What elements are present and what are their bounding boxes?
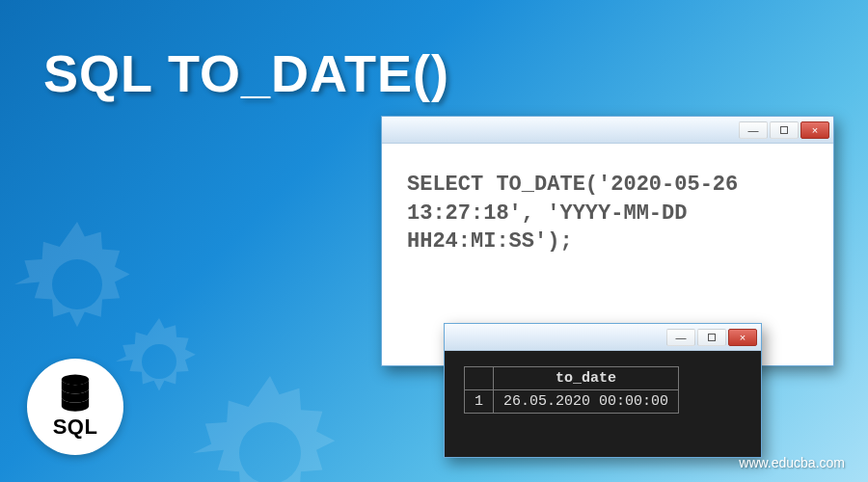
table-row: 1 26.05.2020 00:00:00 <box>465 390 679 414</box>
maximize-button[interactable] <box>770 121 799 139</box>
square-icon <box>708 334 716 341</box>
column-header: to_date <box>494 367 679 390</box>
badge-label: SQL <box>53 415 98 440</box>
gear-icon <box>193 376 347 482</box>
svg-point-0 <box>62 374 89 385</box>
window-titlebar: — × <box>445 324 761 351</box>
footer-url: www.educba.com <box>739 455 845 470</box>
minimize-button[interactable]: — <box>666 329 695 346</box>
row-header-blank <box>465 367 494 390</box>
result-body: to_date 1 26.05.2020 00:00:00 <box>445 351 761 457</box>
gear-icon <box>116 318 203 405</box>
table-header-row: to_date <box>465 367 679 390</box>
row-index: 1 <box>465 390 494 414</box>
database-icon <box>59 374 92 413</box>
page-title: SQL TO_DATE() <box>43 43 449 103</box>
code-content: SELECT TO_DATE('2020-05-26 13:27:18', 'Y… <box>382 144 833 283</box>
sql-badge: SQL <box>27 359 123 455</box>
cell-value: 26.05.2020 00:00:00 <box>494 390 679 414</box>
square-icon <box>780 126 788 134</box>
close-button[interactable]: × <box>800 121 829 139</box>
minimize-button[interactable]: — <box>739 121 768 139</box>
maximize-button[interactable] <box>697 329 726 346</box>
result-table: to_date 1 26.05.2020 00:00:00 <box>464 366 679 414</box>
window-titlebar: — × <box>382 117 833 144</box>
result-window: — × to_date 1 26.05.2020 00:00:00 <box>444 323 762 458</box>
close-button[interactable]: × <box>728 329 757 346</box>
